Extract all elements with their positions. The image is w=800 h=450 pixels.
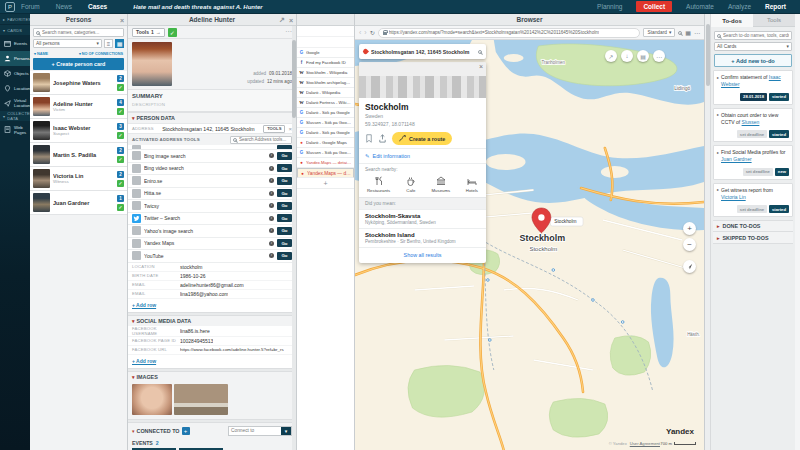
download-button[interactable]: ↓ — [621, 50, 633, 62]
todos-filter-dropdown[interactable]: All Cards▾ — [714, 42, 792, 51]
go-button[interactable]: Go — [277, 227, 292, 235]
go-button[interactable]: Go — [277, 202, 292, 210]
todo-item[interactable]: ▸Get witness report from Victoria Lin se… — [713, 183, 793, 218]
persons-filter-dropdown[interactable]: All persons▾ — [33, 39, 102, 48]
tab-tools[interactable]: Tools — [753, 14, 795, 27]
add-new-todo-button[interactable]: + Add new to-do — [714, 54, 792, 67]
sidebar-section-favorites[interactable]: ▸FAVORITES — [0, 14, 30, 24]
new-tab-button[interactable]: + — [297, 178, 354, 189]
go-button[interactable]: Go — [277, 239, 292, 247]
browser-tab[interactable]: ●Dalarö - Google Maps — [297, 138, 354, 148]
suggestion-item[interactable]: Stockholm Island Pembrokeshire · Sir Ben… — [359, 228, 486, 247]
info-icon[interactable]: i — [269, 228, 274, 233]
go-button[interactable]: Go — [277, 164, 292, 172]
sidebar-item-web-pages[interactable]: Web Pages — [0, 122, 30, 137]
print-button[interactable]: ▤ — [637, 50, 649, 62]
view-mode-dropdown[interactable]: Standard▾ — [643, 28, 675, 37]
column-name[interactable]: ▾ NAME — [34, 51, 48, 56]
todo-item[interactable]: ▸Find Social Media profiles for Juan Gar… — [713, 145, 793, 180]
nav-news[interactable]: News — [56, 3, 72, 10]
status-badge[interactable]: started — [769, 205, 789, 213]
bookmark-icon[interactable] — [365, 134, 373, 143]
status-badge[interactable]: started — [769, 93, 789, 101]
zoom-out-button[interactable]: − — [683, 238, 696, 251]
browser-tab[interactable]: ●Yandex.Maps — detailed map of th... — [297, 158, 354, 168]
nearby-cafe[interactable]: Cafe — [406, 176, 416, 193]
nearby-museums[interactable]: Museums — [432, 176, 451, 193]
sidebar-item-events[interactable]: Events — [0, 36, 30, 51]
person-row[interactable]: Martin S. Padilla2✓ — [30, 143, 127, 167]
create-route-button[interactable]: Create a route — [392, 132, 452, 145]
info-icon[interactable]: i — [269, 166, 274, 171]
address-tools-button[interactable]: TOOLS — [263, 125, 285, 133]
nav-forum[interactable]: Forum — [21, 3, 40, 10]
nearby-hotels[interactable]: Hotels — [466, 176, 478, 193]
nav-automate[interactable]: Automate — [686, 3, 714, 10]
done-todos-section[interactable]: ▸DONE TO-DOS — [713, 220, 793, 232]
edit-information-link[interactable]: ✎Edit information — [359, 148, 486, 163]
right-scroll-area[interactable] — [795, 14, 800, 450]
add-row-link[interactable]: + Add row — [128, 299, 296, 312]
grid-icon[interactable]: ▦ — [685, 29, 691, 36]
image-thumbnail[interactable] — [174, 384, 228, 415]
close-icon[interactable]: × — [289, 17, 293, 24]
map-search-bar[interactable]: Stockholmsgatan 142, 11645 Stockholm — [359, 44, 486, 59]
share-icon[interactable] — [378, 134, 387, 143]
skipped-todos-section[interactable]: ▸SKIPPED TO-DOS — [713, 232, 793, 244]
browser-tab[interactable]: GDalarö - Sök på Google — [297, 108, 354, 118]
more-options-icon[interactable]: ⋯ — [694, 29, 700, 36]
tools-button[interactable]: Tools1→ — [132, 28, 165, 37]
info-icon[interactable]: i — [269, 253, 274, 258]
todo-card-link[interactable]: Juan Gardner — [721, 156, 752, 162]
image-thumbnail[interactable] — [230, 384, 290, 415]
forward-button[interactable]: › — [364, 29, 366, 36]
list-view-toggle[interactable]: ≡ — [104, 39, 113, 48]
info-icon[interactable]: i — [269, 153, 274, 158]
share-button[interactable]: ⋯ — [653, 50, 665, 62]
sidebar-section-cards[interactable]: ▾CARDS — [0, 25, 30, 35]
show-all-results-link[interactable]: Show all results — [359, 247, 486, 263]
more-options-icon[interactable]: ⋯ — [285, 28, 292, 36]
close-icon[interactable]: × — [120, 17, 124, 24]
back-button[interactable]: ‹ — [359, 29, 361, 36]
todo-item[interactable]: ▸Obtain court order to view CCTV of Slus… — [713, 108, 793, 143]
set-deadline-badge[interactable]: set deadline — [737, 130, 767, 138]
column-connections[interactable]: ▾ NO OF CONNECTIONS — [79, 51, 123, 56]
go-button[interactable]: Go — [277, 214, 292, 222]
browser-tab[interactable]: GSlussen - Sök på Google — [297, 148, 354, 158]
nav-collect[interactable]: Collect — [636, 1, 672, 12]
connect-to-dropdown[interactable]: Connect to▾ — [228, 426, 292, 436]
person-row[interactable]: Adeline HunterVictim4✓ — [30, 95, 127, 119]
person-photo[interactable] — [132, 42, 172, 86]
tab-todos[interactable]: To-dos — [711, 14, 753, 27]
sidebar-item-virtual-locations[interactable]: Virtual Locations — [0, 96, 30, 111]
search-icon[interactable] — [478, 50, 482, 54]
grid-view-toggle[interactable]: ▦ — [115, 39, 124, 48]
go-button[interactable]: Go — [277, 152, 292, 160]
detail-scrollbar[interactable] — [292, 26, 296, 450]
app-logo[interactable]: P — [5, 2, 15, 12]
zoom-in-button[interactable]: + — [683, 222, 696, 235]
search-icon[interactable] — [678, 31, 682, 35]
status-badge[interactable]: started — [769, 130, 789, 138]
go-button[interactable]: Go — [277, 177, 292, 185]
info-icon[interactable]: i — [269, 178, 274, 183]
browser-tab[interactable]: WDalarö Fortress - Wikipedia — [297, 98, 354, 108]
case-title[interactable]: Hate mail and death threats against A. H… — [133, 4, 262, 10]
info-icon[interactable]: i — [269, 203, 274, 208]
browser-tab[interactable]: fFind my Facebook ID — [297, 58, 354, 68]
sidebar-section-collected-data[interactable]: ▾COLLECTED DATA — [0, 111, 30, 121]
persons-search-input[interactable] — [42, 30, 121, 35]
browser-tab[interactable]: GSlussen - Sök på Google — [297, 118, 354, 128]
person-row[interactable]: Juan Gardner1✓ — [30, 191, 127, 215]
sidebar-item-objects[interactable]: Objects — [0, 66, 30, 81]
person-row[interactable]: Isaac WebsterSuspect3✓ — [30, 119, 127, 143]
browser-tab[interactable]: GGoogle — [297, 48, 354, 58]
person-data-section-header[interactable]: ▾PERSON DATA — [128, 113, 296, 123]
nav-cases[interactable]: Cases — [88, 3, 107, 10]
user-agreement-link[interactable]: User Agreement — [630, 441, 660, 446]
sidebar-item-persons[interactable]: Persons — [0, 51, 30, 66]
set-deadline-badge[interactable]: set deadline — [743, 168, 773, 176]
nav-analyze[interactable]: Analyze — [728, 3, 751, 10]
url-bar[interactable]: https://yandex.com/maps/?mode=search&tex… — [378, 28, 641, 38]
